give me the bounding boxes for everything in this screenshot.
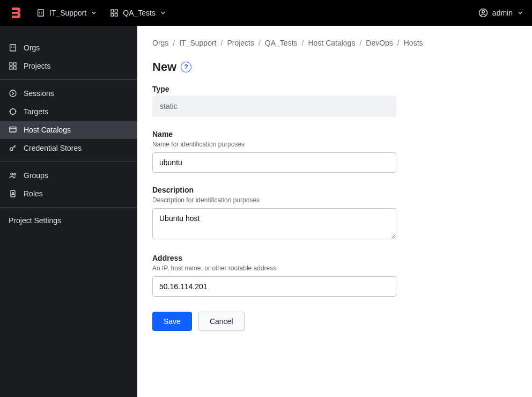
svg-rect-19 [13,63,16,65]
description-input[interactable] [152,208,396,239]
help-icon[interactable]: ? [181,62,191,72]
sidebar-item-label: Targets [24,107,48,116]
projects-icon [9,62,17,70]
main-content: Orgs / IT_Support / Projects / QA_Tests … [137,26,532,397]
breadcrumb-link[interactable]: Orgs [152,39,168,47]
user-menu[interactable]: admin [478,8,523,18]
sidebar-item-groups[interactable]: Groups [0,166,137,185]
sidebar-item-label: Credential Stores [24,144,82,152]
breadcrumb-link[interactable]: DevOps [366,39,393,47]
address-input[interactable] [152,276,396,297]
targets-icon [9,107,17,116]
cancel-button[interactable]: Cancel [198,312,245,331]
description-helper: Description for identification purposes [152,196,517,204]
org-name: IT_Support [49,9,86,17]
roles-icon [9,189,17,198]
address-helper: An IP, host name, or other routable addr… [152,264,517,272]
logo[interactable] [9,5,24,20]
sidebar-item-label: Orgs [24,43,40,52]
topbar: IT_Support QA_Tests admin [0,0,532,26]
boundary-logo-icon [10,6,23,19]
sidebar-item-host-catalogs[interactable]: Host Catalogs [0,121,137,139]
svg-point-33 [11,173,13,175]
name-input[interactable] [152,152,396,173]
svg-point-36 [12,192,14,194]
projects-icon [110,9,119,17]
breadcrumb-link[interactable]: Hosts [404,39,423,47]
chevron-down-icon [160,10,166,16]
type-label: Type [152,85,517,93]
org-icon [9,43,17,52]
name-helper: Name for identification purposes [152,141,517,148]
svg-rect-18 [10,63,12,65]
svg-rect-0 [38,10,44,16]
svg-rect-9 [111,13,114,16]
type-value: static [152,95,396,117]
address-label: Address [152,254,517,262]
project-selector[interactable]: QA_Tests [110,9,166,17]
sidebar-item-label: Roles [24,189,43,198]
svg-rect-10 [115,13,118,16]
org-icon [36,9,45,17]
svg-rect-7 [111,10,114,12]
sidebar-item-targets[interactable]: Targets [0,102,137,121]
svg-rect-8 [115,10,118,12]
sidebar-item-roles[interactable]: Roles [0,185,137,203]
breadcrumb-link[interactable]: Projects [227,39,254,47]
breadcrumb-link[interactable]: Host Catalogs [308,39,355,47]
breadcrumb-link[interactable]: QA_Tests [265,39,298,47]
svg-rect-20 [10,67,12,69]
sidebar-project-settings[interactable]: Project Settings [0,208,137,233]
svg-rect-21 [13,67,16,69]
svg-line-32 [14,146,16,148]
page-title: New [152,60,176,74]
svg-rect-13 [10,45,16,51]
host-catalogs-icon [9,126,17,134]
sidebar-item-sessions[interactable]: Sessions [0,84,137,102]
svg-point-34 [14,173,16,175]
description-label: Description [152,186,517,194]
user-icon [478,8,488,18]
sidebar-item-label: Groups [24,171,48,180]
svg-point-12 [482,11,485,13]
breadcrumb: Orgs / IT_Support / Projects / QA_Tests … [152,39,517,47]
sidebar-item-label: Host Catalogs [24,126,71,134]
chevron-down-icon [517,10,523,16]
groups-icon [9,171,17,180]
breadcrumb-link[interactable]: IT_Support [179,39,216,47]
key-icon [9,144,17,152]
sidebar-item-label: Projects [24,62,51,70]
user-name: admin [492,9,513,17]
svg-rect-28 [10,127,16,132]
svg-point-23 [10,109,16,115]
sidebar: Orgs Projects Sessions [0,26,137,397]
org-selector[interactable]: IT_Support [36,9,97,17]
sidebar-item-label: Sessions [24,89,54,98]
sidebar-item-projects[interactable]: Projects [0,57,137,75]
svg-point-22 [10,90,16,97]
sidebar-item-orgs[interactable]: Orgs [0,39,137,57]
name-label: Name [152,130,517,138]
sessions-icon [9,89,17,98]
chevron-down-icon [91,10,97,16]
save-button[interactable]: Save [152,312,192,331]
project-name: QA_Tests [123,9,156,17]
sidebar-item-credential-stores[interactable]: Credential Stores [0,139,137,157]
